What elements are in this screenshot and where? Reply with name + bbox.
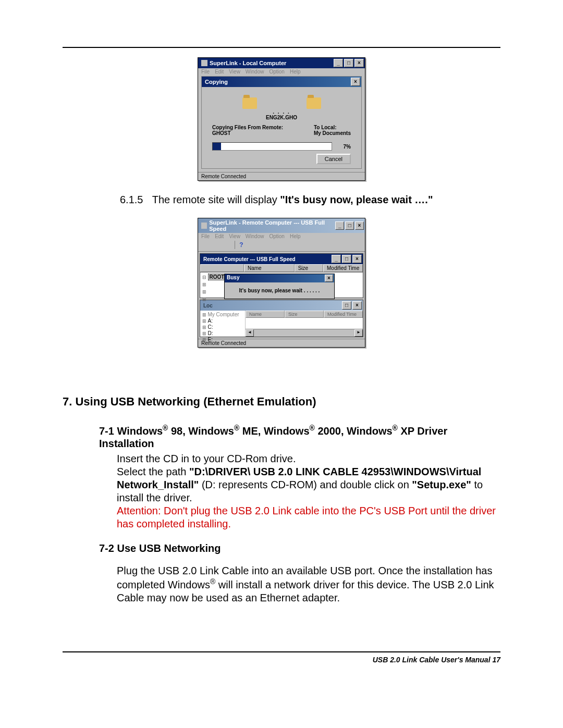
reg-icon: ® bbox=[210, 577, 215, 586]
tool-icon[interactable] bbox=[248, 241, 258, 250]
folder-tree[interactable]: ROOT bbox=[202, 274, 226, 303]
title-bar: SuperLink - Local Computer _ □ × bbox=[198, 58, 365, 68]
copying-dialog: Copying × . . . . ENG2K.GHO Copying File… bbox=[201, 76, 362, 169]
busy-title: Busy bbox=[227, 275, 239, 282]
minimize-button[interactable]: _ bbox=[334, 59, 343, 67]
pane-close-button[interactable]: × bbox=[352, 301, 362, 310]
menu-bar: File Edit View Window Option Help bbox=[198, 233, 365, 240]
reg-icon: ® bbox=[310, 424, 315, 432]
menu-file[interactable]: File bbox=[201, 233, 210, 239]
copy-icon[interactable] bbox=[212, 241, 222, 250]
copying-filename: ENG2K.GHO bbox=[207, 115, 356, 120]
reg-icon: ® bbox=[234, 424, 239, 432]
d-col-name[interactable]: Name bbox=[246, 311, 285, 318]
figure-2-wrap: SuperLink - Remote Computer --- USB Full… bbox=[63, 218, 500, 348]
menu-view[interactable]: View bbox=[229, 69, 240, 75]
busy-message: It's busy now, please wait . . . . . . bbox=[225, 282, 334, 299]
scroll-left-icon[interactable]: ◄ bbox=[246, 329, 254, 337]
remote-window: SuperLink - Remote Computer --- USB Full… bbox=[198, 218, 365, 348]
local-pane-body: My Computer A: C: D: E: Name Size Modifi… bbox=[200, 311, 363, 337]
dialog-title: Copying bbox=[205, 79, 228, 85]
para-text-quote: "It's busy now, please wait …." bbox=[280, 194, 433, 205]
pane-title-bar: Remote Computer --- USB Full Speed _ □ × bbox=[200, 254, 363, 264]
app-icon bbox=[201, 60, 207, 66]
h71-d: 2000, Windows bbox=[317, 425, 392, 436]
dialog-title-bar: Copying × bbox=[202, 77, 361, 87]
drive-tree[interactable]: My Computer A: C: D: E: bbox=[200, 311, 246, 337]
folder-source-icon bbox=[242, 97, 257, 109]
menu-help[interactable]: Help bbox=[290, 233, 301, 239]
col-name[interactable]: Name bbox=[244, 264, 295, 272]
pane-body: ROOT Busy × It's busy now, please wait .… bbox=[200, 273, 363, 298]
detail-area: Name Size Modified Time ◄ ► bbox=[246, 311, 363, 337]
busy-title-bar: Busy × bbox=[225, 274, 334, 282]
menu-view[interactable]: View bbox=[229, 233, 240, 239]
paste-icon[interactable] bbox=[223, 241, 234, 250]
paragraph-6-1-5: 6.1.5 The remote site will display "It's… bbox=[120, 193, 500, 206]
folder-dest-icon bbox=[307, 97, 321, 109]
cut-icon[interactable] bbox=[200, 241, 211, 250]
from-value: GHOST bbox=[212, 130, 283, 136]
cancel-button[interactable]: Cancel bbox=[316, 154, 351, 164]
menu-bar: File Edit View Window Option Help bbox=[198, 68, 365, 75]
d-col-mtime[interactable]: Modified Time bbox=[324, 311, 363, 318]
progress-percent: 7% bbox=[336, 144, 351, 150]
close-button[interactable]: × bbox=[354, 59, 364, 67]
p71-2d: "Setup.exe" bbox=[412, 479, 471, 490]
col-size[interactable]: Size bbox=[295, 264, 323, 272]
minimize-button[interactable]: _ bbox=[335, 221, 344, 230]
p71-warning: Attention: Don't plug the USB 2.0 Link c… bbox=[117, 504, 500, 530]
h71-b: 98, Windows bbox=[171, 425, 234, 436]
progress-fill bbox=[213, 143, 221, 150]
scroll-right-icon[interactable]: ► bbox=[354, 329, 363, 337]
p72: Plug the USB 2.0 Link Cable into an avai… bbox=[117, 564, 500, 604]
document-page: SuperLink - Local Computer _ □ × File Ed… bbox=[0, 0, 563, 680]
tree-root[interactable]: ROOT bbox=[208, 274, 226, 280]
busy-close-button[interactable]: × bbox=[325, 275, 333, 282]
local-pane-title: Loc bbox=[203, 303, 213, 309]
page-footer: USB 2.0 Link Cable User's Manual 17 bbox=[63, 656, 500, 664]
detail-headers: Name Size Modified Time bbox=[246, 311, 363, 318]
col-mtime[interactable]: Modified Time bbox=[323, 264, 363, 272]
drive-d[interactable]: D: bbox=[202, 330, 243, 337]
toolbar: ? bbox=[198, 240, 365, 252]
menu-window[interactable]: Window bbox=[246, 69, 264, 75]
menu-edit[interactable]: Edit bbox=[215, 233, 224, 239]
drive-c[interactable]: C: bbox=[202, 324, 243, 330]
local-pane: Loc □ × My Computer A: C: D: E: bbox=[200, 300, 363, 337]
menu-edit[interactable]: Edit bbox=[215, 69, 224, 75]
pane-max-button[interactable]: □ bbox=[342, 301, 351, 310]
dialog-close-button[interactable]: × bbox=[351, 78, 360, 86]
progress-bar bbox=[212, 142, 332, 151]
section-number: 6.1.5 bbox=[120, 194, 143, 205]
pane-title: Remote Computer --- USB Full Speed bbox=[203, 256, 296, 262]
p71-line1: Insert the CD in to your CD-Rom drive. bbox=[117, 452, 500, 465]
pane-min-button[interactable]: _ bbox=[332, 255, 341, 263]
drive-a[interactable]: A: bbox=[202, 318, 243, 324]
pane-close-button[interactable]: × bbox=[352, 255, 362, 263]
heading-7-1: 7-1 Windows® 98, Windows® ME, Windows® 2… bbox=[99, 424, 500, 451]
p71-2a: Select the path bbox=[117, 466, 189, 477]
para-text-prefix: The remote site will display bbox=[152, 194, 280, 205]
menu-option[interactable]: Option bbox=[269, 69, 284, 75]
heading-7-2: 7-2 Use USB Networking bbox=[99, 542, 500, 555]
menu-option[interactable]: Option bbox=[269, 233, 284, 239]
help-icon[interactable]: ? bbox=[236, 241, 247, 250]
horizontal-scrollbar[interactable]: ◄ ► bbox=[246, 329, 363, 337]
title-bar: SuperLink - Remote Computer --- USB Full… bbox=[198, 218, 365, 233]
maximize-button[interactable]: □ bbox=[344, 59, 353, 67]
menu-file[interactable]: File bbox=[201, 69, 210, 75]
maximize-button[interactable]: □ bbox=[345, 221, 354, 230]
status-bar: Remote Connected bbox=[198, 172, 365, 180]
heading-7: 7. Using USB Networking (Ethernet Emulat… bbox=[63, 394, 500, 409]
column-headers: Name Size Modified Time bbox=[200, 264, 363, 273]
pane-max-button[interactable]: □ bbox=[342, 255, 351, 263]
h71-num: 7-1 bbox=[99, 425, 117, 436]
progress-row: 7% bbox=[207, 138, 356, 154]
close-button[interactable]: × bbox=[355, 221, 364, 230]
menu-help[interactable]: Help bbox=[290, 69, 301, 75]
menu-window[interactable]: Window bbox=[246, 233, 264, 239]
status-text: Remote Connected bbox=[201, 340, 362, 346]
bottom-rule bbox=[63, 651, 500, 652]
d-col-size[interactable]: Size bbox=[285, 311, 324, 318]
